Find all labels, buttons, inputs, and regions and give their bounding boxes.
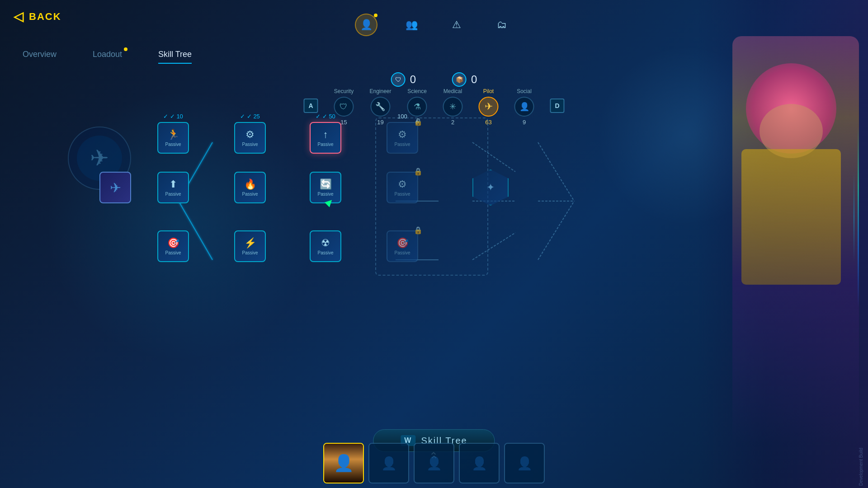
node-1-4-icon: ⚙ (398, 129, 407, 141)
node-3-1[interactable]: 🎯 Passive (157, 230, 189, 262)
node-1-3-icon: ↑ (323, 129, 328, 141)
node-1-1-label: Passive (165, 142, 181, 147)
node-1-3-box[interactable]: ↑ Passive (310, 122, 341, 154)
skill-cat-medical[interactable]: Medical ✳ 2 (443, 88, 463, 126)
node-3-1-label: Passive (165, 250, 181, 255)
node-3-2-label: Passive (242, 250, 258, 255)
node-1-4-level: 100 (397, 113, 407, 120)
tab-overview[interactable]: Overview (23, 50, 57, 64)
currency-2-value: 0 (471, 73, 477, 86)
node-1-3[interactable]: ✓ 50 ↑ Passive (310, 113, 341, 154)
science-label: Science (407, 88, 427, 94)
back-arrow-icon: ◁ (14, 9, 24, 24)
pilot-icon: ✈ (479, 97, 499, 117)
char-slot-3-empty: 👤 (415, 444, 453, 483)
nav-folder[interactable]: 🗂 (491, 14, 513, 36)
main-tabs: Overview Loadout Skill Tree (23, 50, 192, 64)
security-label: Security (334, 88, 354, 94)
social-value: 9 (523, 119, 526, 126)
tab-loadout[interactable]: Loadout (93, 50, 122, 64)
node-3-3-icon: ☢ (321, 237, 330, 249)
folder-nav-icon: 🗂 (497, 19, 507, 31)
currency-2-icon: 📦 (452, 72, 467, 87)
node-2-2-icon: 🔥 (244, 178, 256, 190)
node-2-3-box[interactable]: 🔄 Passive (310, 172, 341, 203)
back-label: BACK (29, 11, 61, 23)
node-1-1-level: ✓ 10 (163, 113, 183, 120)
top-nav: 👤 👥 ⚠ 🗂 (355, 14, 513, 36)
nav-dot (374, 14, 377, 17)
node-2-4[interactable]: 🔒 ⚙ Passive (387, 172, 418, 203)
hex-box[interactable]: 🔒 ✦ (472, 169, 509, 206)
node-2-1-label: Passive (165, 192, 181, 197)
node-3-2-box[interactable]: ⚡ Passive (234, 230, 266, 262)
char-slot-4-empty: 👤 (460, 444, 499, 483)
pilot-label: Pilot (483, 88, 494, 94)
skill-tree-area: ✈ ✓ 10 🏃 Passive ✓ 25 ⚙ Passive ✓ 50 ↑ P… (90, 127, 696, 289)
medical-icon: ✳ (443, 97, 463, 117)
skill-cat-social[interactable]: Social 👤 9 (514, 88, 534, 126)
node-2-1[interactable]: ⬆ Passive (157, 172, 189, 203)
node-1-4-label: Passive (394, 142, 410, 147)
medical-value: 2 (451, 119, 454, 126)
start-icon: ✈ (99, 172, 131, 203)
loadout-dot (124, 47, 127, 51)
char-slot-4[interactable]: 👤 (459, 443, 500, 483)
node-2-1-box[interactable]: ⬆ Passive (157, 172, 189, 203)
lock-1-4-icon: 🔒 (414, 117, 423, 126)
character-right-panel (696, 0, 868, 488)
char-slot-5[interactable]: 👤 (504, 443, 545, 483)
char-slot-3[interactable]: 👤 (414, 443, 454, 483)
engineer-value: 19 (377, 119, 383, 126)
char-slot-5-empty: 👤 (505, 444, 544, 483)
node-1-2[interactable]: ✓ 25 ⚙ Passive (234, 113, 266, 154)
node-2-1-icon: ⬆ (169, 178, 177, 190)
node-3-4-label: Passive (394, 250, 410, 255)
node-2-2[interactable]: 🔥 Passive (234, 172, 266, 203)
lock-3-4-icon: 🔒 (414, 226, 423, 235)
hex-node[interactable]: 🔒 ✦ (472, 169, 509, 206)
node-1-1-box[interactable]: 🏃 Passive (157, 122, 189, 154)
node-2-2-box[interactable]: 🔥 Passive (234, 172, 266, 203)
loadout-label: Loadout (93, 50, 122, 59)
node-3-2-icon: ⚡ (244, 237, 256, 249)
node-3-1-icon: 🎯 (167, 237, 179, 249)
char-slot-1[interactable]: 👤 (323, 443, 364, 483)
node-1-4-box[interactable]: 🔒 ⚙ Passive (387, 122, 418, 154)
node-3-4[interactable]: 🔒 🎯 Passive (387, 230, 418, 262)
node-3-3-box[interactable]: ☢ Passive (310, 230, 341, 262)
node-1-2-box[interactable]: ⚙ Passive (234, 122, 266, 154)
node-1-1[interactable]: ✓ 10 🏃 Passive (157, 113, 189, 154)
skill-cat-key-d[interactable]: D (550, 88, 565, 123)
node-2-3-icon: 🔄 (320, 178, 332, 190)
currency-1-value: 0 (410, 73, 416, 86)
social-icon: 👤 (514, 97, 534, 117)
security-value: 15 (340, 119, 347, 126)
skill-categories: A Security 🛡 15 Engineer 🔧 19 Science ⚗ … (303, 88, 564, 126)
char-slot-2[interactable]: 👤 (368, 443, 409, 483)
char-avatar-1: 👤 (324, 444, 363, 483)
info-nav-icon: ⚠ (452, 19, 461, 31)
team-nav-icon: 👥 (406, 19, 418, 31)
node-2-4-box[interactable]: 🔒 ⚙ Passive (387, 172, 418, 203)
character-nav-icon: 👤 (360, 19, 373, 31)
node-2-4-label: Passive (394, 192, 410, 197)
tab-skill-tree[interactable]: Skill Tree (158, 50, 192, 64)
node-1-3-level: ✓ 50 (316, 113, 335, 120)
nav-character[interactable]: 👤 (355, 14, 377, 36)
currency-bar: 🛡 0 📦 0 (391, 72, 477, 87)
currency-2: 📦 0 (452, 72, 477, 87)
skill-cat-pilot[interactable]: Pilot ✈ 63 (479, 88, 499, 126)
nav-team[interactable]: 👥 (400, 14, 423, 36)
node-3-4-box[interactable]: 🔒 🎯 Passive (387, 230, 418, 262)
start-node[interactable]: ✈ (99, 172, 131, 203)
medical-label: Medical (443, 88, 462, 94)
node-3-3[interactable]: ☢ Passive (310, 230, 341, 262)
nav-info[interactable]: ⚠ (445, 14, 468, 36)
node-3-1-box[interactable]: 🎯 Passive (157, 230, 189, 262)
node-1-4[interactable]: 100 🔒 ⚙ Passive (387, 113, 418, 154)
skill-tree-label: Skill Tree (158, 50, 192, 59)
back-button[interactable]: ◁ BACK (14, 9, 61, 24)
node-3-2[interactable]: ⚡ Passive (234, 230, 266, 262)
node-2-3[interactable]: 🔄 Passive (310, 172, 341, 203)
